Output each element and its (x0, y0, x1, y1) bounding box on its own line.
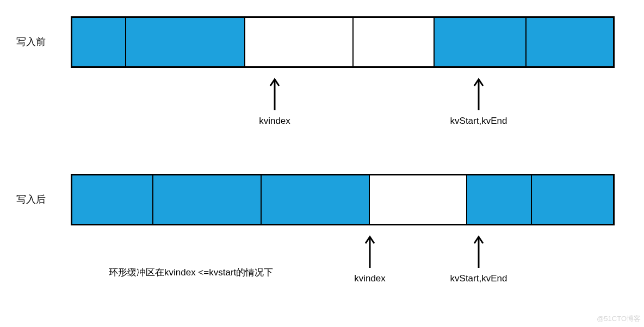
label-after: 写入后 (16, 193, 46, 206)
segment (126, 18, 245, 66)
pointer-kvindex-before: kvindex (242, 76, 307, 127)
pointer-label: kvindex (242, 116, 307, 127)
label-before: 写入前 (16, 35, 46, 48)
segment (153, 175, 262, 224)
pointer-label: kvStart,kvEnd (435, 273, 522, 284)
pointer-kvindex-after: kvindex (337, 234, 403, 284)
pointer-label: kvindex (337, 273, 403, 284)
segment (72, 175, 153, 224)
diagram-caption: 环形缓冲区在kvindex <=kvstart的情况下 (109, 266, 273, 279)
pointer-kvstart-before: kvStart,kvEnd (435, 76, 522, 127)
segment (370, 175, 467, 224)
segment (527, 18, 613, 66)
segment (435, 18, 527, 66)
arrow-up-icon (472, 76, 485, 111)
pointer-label: kvStart,kvEnd (435, 116, 522, 127)
segment (354, 18, 435, 66)
buffer-bar-after (71, 174, 615, 225)
segment (262, 175, 370, 224)
segment (532, 175, 613, 224)
arrow-up-icon (472, 234, 485, 269)
arrow-up-icon (268, 76, 281, 111)
segment (245, 18, 354, 66)
segment (72, 18, 126, 66)
segment (467, 175, 532, 224)
arrow-up-icon (363, 234, 376, 269)
buffer-bar-before (71, 16, 615, 68)
watermark: @51CTO博客 (597, 314, 641, 324)
pointer-kvstart-after: kvStart,kvEnd (435, 234, 522, 284)
